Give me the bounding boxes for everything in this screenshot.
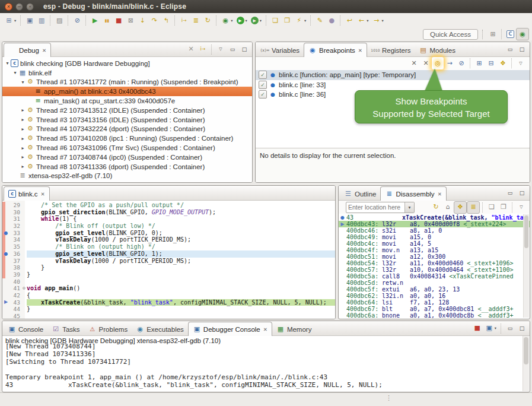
dropdown-arrow-icon[interactable]: ▾ [304,18,306,23]
open-element-button[interactable]: ❏ [269,14,281,27]
new-view-button[interactable]: ❏ [486,201,498,214]
dropdown-arrow-icon[interactable]: ▾ [231,18,232,23]
code-line[interactable]: vTaskDelay(1000 / portTICK_PERIOD_MS); [27,236,335,243]
minimize-view-button[interactable]: ▭ [504,43,516,56]
minimize-view-button[interactable]: ▭ [504,187,516,199]
collapsed-arrow-icon[interactable]: ▸ [20,164,26,169]
show-source-button[interactable]: ≣ [467,201,480,214]
disasm-line[interactable]: 400dbc5d:retw.n [339,280,530,286]
window-maximize-button[interactable]: ▫ [26,3,34,11]
disasm-line[interactable]: 400dbc67:blta0, a7, 0x400dbc81 <__adddf3… [339,306,530,312]
step-filters-button[interactable]: ≣ [190,14,202,27]
show-supported-breakpoints-button[interactable]: ◎ [432,57,444,69]
tab-outline[interactable]: ☰Outline [340,188,380,200]
new-wizard-button[interactable]: ⊞▾ [3,14,18,27]
dropdown-arrow-icon[interactable]: ▾ [246,18,247,23]
code-line[interactable]: void app_main() [27,285,335,292]
tab-disassembly[interactable]: ≣Disassembly✕ [380,186,446,201]
refresh-button[interactable]: ↻ [430,201,442,214]
remove-breakpoint-button[interactable]: ✕ [408,57,420,69]
console-scrollbar[interactable] [523,336,529,391]
remove-all-terminated-button[interactable]: ✕ [185,43,197,56]
maximize-view-button[interactable]: □ [238,43,250,56]
debug-tree-row[interactable]: ▸⚙Thread #2 1073413512 (IDLE) (Suspended… [2,106,252,115]
close-tab-icon[interactable]: ✕ [42,47,46,53]
tab-console[interactable]: ▣Console [4,323,47,335]
disasm-line[interactable]: 400dbc4f:mov.na13, a15 [339,247,530,253]
instruction-stepping-button[interactable]: i→ [197,43,209,56]
debug-tree-row[interactable]: ▸⚙Thread #4 1073432224 (dport) (Suspende… [2,125,252,134]
fold-icon[interactable]: ⊖ [21,285,27,292]
current-line-marker[interactable]: ▶ [2,299,9,306]
step-over-button[interactable]: ↷ [148,14,160,27]
code-line[interactable]: xTaskCreate(&blink_task, "blink_task", c… [27,299,335,306]
tab-registers[interactable]: 1010Registers [367,44,415,56]
collapsed-arrow-icon[interactable]: ▸ [20,136,26,141]
code-line[interactable]: /* Set the GPIO as a push/pull output */ [27,202,335,209]
tab-variables[interactable]: (x)=Variables [257,44,304,56]
disassembly-scrollbar[interactable] [523,214,529,318]
close-tab-icon[interactable]: ✕ [438,191,442,197]
collapsed-arrow-icon[interactable]: ▸ [20,117,26,122]
close-tab-icon[interactable]: ✕ [263,326,267,332]
terminate-button[interactable]: ■ [472,322,483,335]
group-breakpoints-button[interactable]: ❖ [497,57,509,69]
debug-tree-row[interactable]: ▸⚙Thread #7 1073408744 (ipc0) (Suspended… [2,153,252,162]
minimize-view-button[interactable]: ▭ [227,43,238,56]
view-menu-button[interactable]: ▽ [215,43,227,56]
debug-tree-row[interactable]: ≡app_main() at blink.c:43 0x400dbc43 [2,87,252,96]
disasm-line[interactable]: 400dbc49:movia15, 0 [339,234,530,240]
display-console-button[interactable]: ▣▾ [483,322,498,335]
location-input[interactable] [346,203,404,212]
resume-button[interactable]: ▶ [89,14,101,27]
window-minimize-button[interactable]: – [15,3,23,11]
flash-button[interactable]: ⚡▾ [293,14,308,27]
disasm-line[interactable]: 400dbc64:lsif7, a1, 128 [339,299,530,306]
disasm-line[interactable]: 400dbc5f:extuia6, a0, 23, 13 [339,286,530,293]
debug-perspective-button[interactable]: ◉ [516,28,529,40]
skip-all-breakpoints-button[interactable]: ⊘ [71,14,83,27]
code-line[interactable]: { [27,292,335,299]
window-close-button[interactable]: × [5,3,12,11]
disasm-source-line[interactable]: ●43xTaskCreate(&blink_task, "blink_tas [339,214,530,221]
view-menu-button[interactable]: ▽ [515,201,527,214]
breakpoint-marker[interactable]: ● [2,230,9,237]
dropdown-arrow-icon[interactable]: ▾ [260,18,262,23]
instruction-stepping-button[interactable]: i→ [178,14,190,27]
step-into-button[interactable]: ↓ [136,14,148,27]
disasm-line[interactable]: 400dbc54:l32ra11, 0x400d0460 <_stext+109… [339,260,530,267]
collapsed-arrow-icon[interactable]: ▸ [20,107,26,113]
expanded-arrow-icon[interactable]: ▾ [20,80,26,85]
mark-occurrences-button[interactable]: ✎ [314,14,326,27]
collapsed-arrow-icon[interactable]: ▸ [20,154,26,160]
console-output[interactable]: [New Thread 1073408744][New Thread 10734… [2,342,530,392]
last-edit-location-button[interactable]: ↩ [343,14,355,27]
quick-access-button[interactable]: Quick Access [423,29,478,40]
back-button[interactable]: ←▾ [355,14,370,27]
restart-button[interactable]: ↻ [202,14,214,27]
tab-executables[interactable]: ◉Executables [132,323,188,335]
expanded-arrow-icon[interactable]: ▾ [4,61,11,66]
debug-tree-row[interactable]: ▸⚙Thread #5 1073410208 (ipc1 : Running) … [2,134,252,143]
breakpoint-marker[interactable]: ● [2,250,9,258]
run-button[interactable]: ▶▾ [235,14,249,27]
goto-file-button[interactable]: → [444,57,455,69]
home-button[interactable]: ⌂ [442,201,454,214]
export-button[interactable]: ❐ [498,201,509,214]
debug-tree-row[interactable]: ▸⚙Thread #8 1073411336 (dport) (Suspende… [2,162,252,172]
code-line[interactable]: } [27,306,335,313]
disasm-line[interactable]: 400dbc46:s32ia8, a1, 0 [339,227,530,234]
code-line[interactable]: gpio_set_level(BLINK_GPIO, 1); [27,250,335,258]
breakpoint-checkbox[interactable]: ✓ [259,90,267,99]
disasm-line[interactable]: 400dbc4c:movia14, 5 [339,240,530,247]
breakpoint-checkbox[interactable]: ✓ [259,71,267,79]
skip-all-breakpoints-button[interactable]: ⊘ [455,57,467,69]
debug-tree-row[interactable]: ▾▦blink.elf [2,68,252,78]
debug-button[interactable]: ◉▾ [219,14,234,27]
tab-debug[interactable]: Debug✕ [4,43,51,57]
code-editor[interactable]: 29 /* Set the GPIO as a push/pull output… [2,201,335,319]
code-line[interactable]: /* Blink off (output low) */ [27,223,335,230]
build-button[interactable]: ▨ [53,14,65,27]
cpp-perspective-button[interactable]: C [505,28,516,40]
remove-all-breakpoints-button[interactable]: ✕ [420,57,432,69]
